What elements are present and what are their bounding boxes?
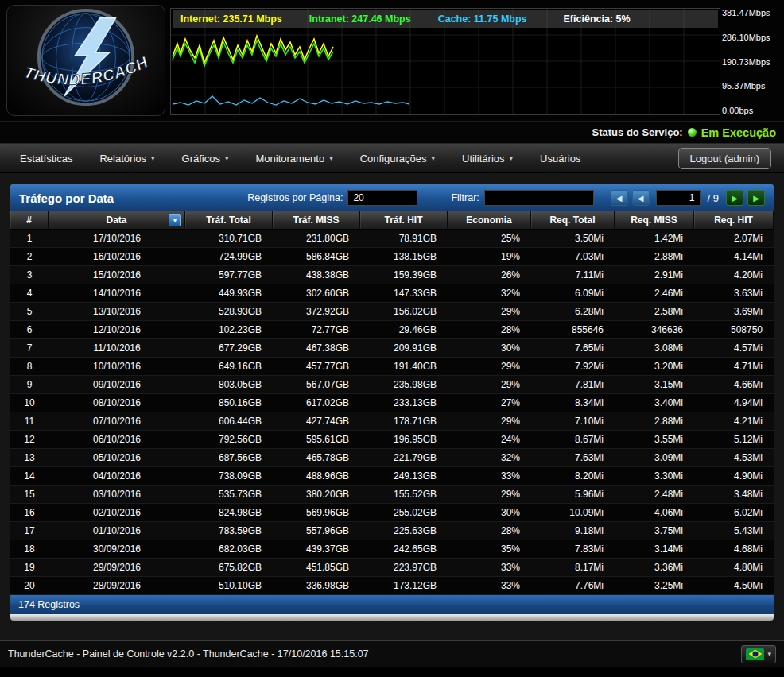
column-header-traf-miss[interactable]: Tráf. MISS [273, 211, 360, 229]
traffic-by-date-panel: Tráfego por Data Registros por Página: F… [10, 184, 774, 621]
cell: 346636 [615, 324, 694, 335]
cell: 310.71GB [185, 233, 273, 244]
cell: 4.94Mi [694, 397, 774, 408]
table-row: 1206/10/2016792.56GB595.61GB196.95GB24%8… [10, 431, 774, 449]
cell: 595.61GB [273, 434, 360, 445]
cell: 191.40GB [360, 361, 448, 372]
column-header-req-hit[interactable]: Req. HIT [694, 211, 774, 229]
nav-item-usuarios[interactable]: Usuários [526, 144, 594, 172]
column-header-data[interactable]: Data ▼ [49, 211, 185, 229]
table-row: 1404/10/2016738.09GB488.96GB249.13GB33%8… [10, 467, 774, 486]
cell: 32% [448, 452, 531, 463]
cell: 30% [448, 507, 531, 518]
records-per-page-input[interactable] [347, 190, 417, 206]
cell: 508750 [694, 324, 774, 335]
panel-header: Tráfego por Data Registros por Página: F… [10, 184, 774, 211]
next-page-button[interactable]: ▶ [726, 190, 743, 206]
page-title: Tráfego por Data [19, 191, 114, 205]
sort-desc-icon: ▼ [169, 214, 181, 226]
prev-page-button[interactable]: ◀ [632, 190, 650, 206]
cell: 225.63GB [360, 525, 448, 536]
column-header-economia[interactable]: Economia [448, 211, 531, 229]
record-count-bar: 174 Registros [10, 595, 774, 614]
nav-label: Usuários [540, 153, 580, 164]
cell: 28% [448, 525, 531, 536]
cell: 7.63Mi [531, 452, 615, 463]
cell: 29% [448, 379, 531, 390]
nav-item-relatorios[interactable]: Relatórios ▾ [86, 144, 168, 172]
status-bar: Status do Serviço: Em Execução [0, 122, 784, 144]
nav-item-monitoramento[interactable]: Monitoramento ▾ [242, 144, 346, 172]
chevron-down-icon: ▾ [510, 154, 514, 162]
logout-button[interactable]: Logout (admin) [678, 148, 771, 169]
cell: 488.96GB [273, 470, 360, 482]
cell: 9 [10, 379, 49, 390]
panel-bottom-edge [10, 614, 774, 621]
nav-item-configuracoes[interactable]: Configurações ▾ [347, 144, 448, 172]
filter-label: Filtrar: [451, 192, 479, 203]
nav-item-utilitarios[interactable]: Utilitários ▾ [448, 144, 526, 172]
cell: 25% [448, 233, 531, 244]
last-page-button[interactable]: ▶ [747, 190, 765, 206]
column-header-req-miss[interactable]: Req. MISS [615, 211, 694, 229]
chevron-down-icon: ▾ [225, 154, 229, 162]
table-row: 1830/09/2016682.03GB439.37GB242.65GB35%7… [10, 540, 774, 559]
nav-item-estatisticas[interactable]: Estatísticas [6, 144, 86, 172]
cell: 4.66Mi [694, 379, 774, 390]
cell: 4.90Mi [694, 470, 774, 482]
cell: 4.20Mi [694, 269, 774, 280]
cell: 35% [448, 544, 531, 555]
cell: 08/10/2016 [49, 397, 185, 408]
graph-scale: 381.47Mbps 286.10Mbps 190.73Mbps 95.37Mb… [722, 0, 784, 119]
chevron-down-icon: ▾ [329, 154, 333, 162]
cell: 18 [10, 544, 49, 555]
column-header-traf-hit[interactable]: Tráf. HIT [360, 211, 448, 229]
chevron-down-icon: ▾ [432, 154, 436, 162]
pagination: ◀ ◀ / 9 ▶ ▶ [611, 190, 765, 206]
cell: 9.18Mi [531, 525, 615, 536]
cell: 4.71Mi [694, 361, 774, 372]
legend-internet-value: 235.71 Mbps [223, 14, 281, 25]
cell: 29% [448, 489, 531, 500]
cell: 3.50Mi [531, 233, 615, 244]
cell: 29% [448, 416, 531, 427]
nav-item-graficos[interactable]: Gráficos ▾ [169, 144, 243, 172]
cell: 28/09/2016 [49, 580, 185, 591]
cell: 3.14Mi [615, 544, 694, 555]
cell: 2.58Mi [615, 306, 694, 317]
nav-label: Relatórios [99, 153, 146, 164]
column-header-index[interactable]: # [10, 211, 49, 229]
table-body: 117/10/2016310.71GB231.80GB78.91GB25%3.5… [10, 230, 774, 595]
cell: 147.33GB [360, 288, 448, 299]
cell: 336.98GB [273, 580, 360, 591]
cell: 10/10/2016 [49, 361, 185, 372]
cell: 156.02GB [360, 306, 448, 317]
cell: 4.21Mi [694, 416, 774, 427]
cell: 427.74GB [273, 416, 360, 427]
cell: 12 [10, 434, 49, 445]
cell: 438.38GB [273, 269, 360, 280]
legend-internet: Internet: 235.71 Mbps [180, 14, 282, 25]
filter-input[interactable] [484, 190, 594, 206]
column-header-traf-total[interactable]: Tráf. Total [185, 211, 273, 229]
cell: 02/10/2016 [49, 507, 185, 518]
table-row: 1008/10/2016850.16GB617.02GB233.13GB27%8… [10, 394, 774, 412]
cell: 28% [448, 324, 531, 335]
cell: 677.29GB [185, 342, 273, 354]
cell: 3 [10, 269, 49, 280]
cell: 567.07GB [273, 379, 360, 390]
language-selector-button[interactable]: ▾ [741, 645, 776, 663]
cell: 33% [448, 562, 531, 573]
table-row: 2028/09/2016510.10GB336.98GB173.12GB33%7… [10, 577, 774, 595]
cell: 783.59GB [185, 525, 273, 536]
legend-eficiencia-value: 5% [616, 14, 631, 25]
first-page-button[interactable]: ◀ [611, 190, 628, 206]
page-number-input[interactable] [656, 190, 701, 206]
column-header-req-total[interactable]: Req. Total [531, 211, 615, 229]
cell: 4.57Mi [694, 342, 774, 354]
cell: 30/09/2016 [49, 544, 185, 555]
cell: 24% [448, 434, 531, 445]
cell: 372.92GB [273, 306, 360, 317]
cell: 173.12GB [360, 580, 448, 591]
cell: 11/10/2016 [49, 342, 185, 354]
